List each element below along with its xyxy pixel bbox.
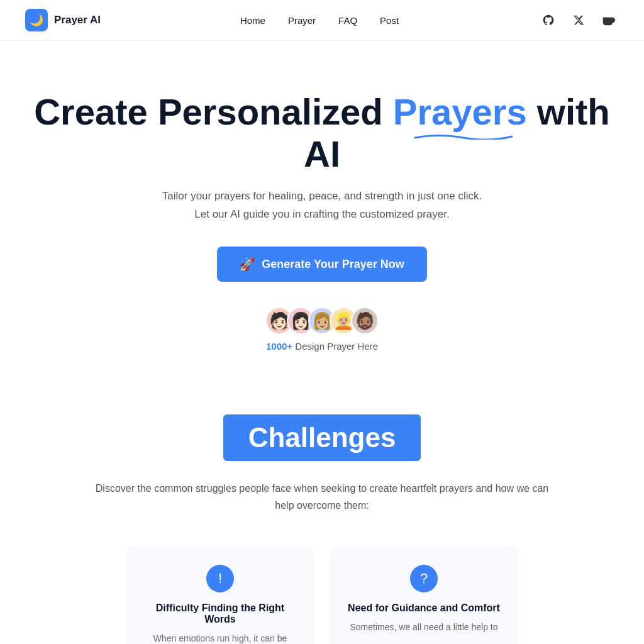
- avatar-group: 🧑🏻 👩🏻 👩🏼 👱🏼 🧔🏽: [265, 307, 379, 335]
- logo-text: Prayer AI: [54, 14, 101, 26]
- challenge-cards: ! Difficulty Finding the Right Words Whe…: [25, 546, 619, 644]
- hero-subtitle: Tailor your prayers for healing, peace, …: [25, 187, 619, 224]
- user-count-label: 1000+ Design Prayer Here: [266, 341, 378, 352]
- nav-icon-group: [538, 10, 619, 30]
- hero-highlight: Prayers: [393, 91, 527, 133]
- card-body-words: When emotions run high, it can be: [141, 631, 299, 644]
- hero-section: Create Personalized Prayers with AI Tail…: [0, 41, 644, 377]
- challenges-section: Challenges Discover the common struggles…: [0, 377, 644, 644]
- challenge-card-guidance: ? Need for Guidance and Comfort Sometime…: [330, 546, 518, 644]
- card-title-guidance: Need for Guidance and Comfort: [345, 602, 503, 614]
- x-social-icon[interactable]: [569, 10, 589, 30]
- generate-prayer-button[interactable]: 🚀 Generate Your Prayer Now: [217, 247, 426, 282]
- rocket-icon: 🚀: [240, 257, 255, 272]
- card-title-words: Difficulty Finding the Right Words: [141, 602, 299, 625]
- logo-icon: 🌙: [25, 9, 48, 31]
- nav-prayer[interactable]: Prayer: [288, 15, 316, 26]
- nav-links: Home Prayer FAQ Post: [240, 15, 399, 26]
- hero-title: Create Personalized Prayers with AI: [25, 91, 619, 175]
- challenges-description: Discover the common struggles people fac…: [89, 480, 555, 514]
- exclamation-icon: !: [206, 565, 234, 592]
- social-proof: 🧑🏻 👩🏻 👩🏼 👱🏼 🧔🏽 1000+ Design Prayer Here: [25, 307, 619, 352]
- question-icon: ?: [410, 565, 438, 592]
- nav-faq[interactable]: FAQ: [338, 15, 357, 26]
- nav-post[interactable]: Post: [380, 15, 399, 26]
- avatar: 🧔🏽: [351, 307, 379, 335]
- challenges-badge: Challenges: [223, 414, 421, 461]
- nav-home[interactable]: Home: [240, 15, 265, 26]
- card-body-guidance: Sometimes, we all need a little help to: [345, 620, 503, 634]
- github-icon[interactable]: [538, 10, 558, 30]
- coffee-icon[interactable]: [599, 10, 619, 30]
- logo[interactable]: 🌙 Prayer AI: [25, 9, 101, 31]
- challenge-card-words: ! Difficulty Finding the Right Words Whe…: [126, 546, 314, 644]
